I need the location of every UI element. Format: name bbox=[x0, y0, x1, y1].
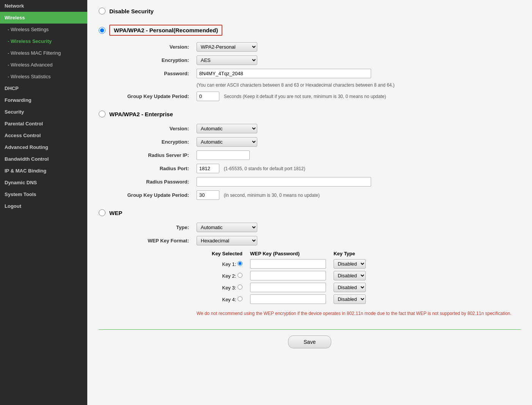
wpa-personal-encryption-label: Encryption: bbox=[110, 54, 194, 67]
wpa-enterprise-encryption-select[interactable]: Automatic AES TKIP bbox=[197, 137, 257, 147]
wpa-personal-password-label: Password: bbox=[110, 67, 194, 80]
disable-security-row: Disable Security bbox=[99, 8, 521, 14]
disable-security-label: Disable Security bbox=[109, 8, 154, 14]
wep-key-input-3[interactable] bbox=[250, 283, 326, 292]
wpa-personal-version-select[interactable]: WPA2-Personal WPA-Personal Automatic bbox=[197, 42, 257, 52]
wep-key-type-select-4[interactable]: Disabled64bit128bit152bit bbox=[334, 294, 366, 304]
wep-key-input-2[interactable] bbox=[250, 271, 326, 280]
wep-key-row-3: Key 3: Disabled64bit128bit152bit bbox=[208, 282, 370, 293]
wep-key-label-4: Key 4: bbox=[208, 293, 246, 305]
wpa-enterprise-radius-password-input[interactable] bbox=[197, 177, 371, 187]
sidebar-item-wireless[interactable]: Wireless bbox=[0, 12, 87, 24]
wep-warning-row: We do not recommend using the WEP encryp… bbox=[110, 307, 532, 318]
wpa-enterprise-radius-password-row: Radius Password: bbox=[110, 175, 532, 188]
wep-warning: We do not recommend using the WEP encryp… bbox=[197, 311, 529, 316]
col-key-selected: Key Selected bbox=[208, 249, 246, 258]
sidebar-item-logout[interactable]: Logout bbox=[0, 200, 87, 212]
wpa-enterprise-radius-ip-row: Radius Server IP: bbox=[110, 149, 532, 162]
wep-key-radio-4[interactable] bbox=[238, 296, 242, 301]
wep-key-type-select-1[interactable]: Disabled64bit128bit152bit bbox=[334, 259, 366, 269]
wpa-enterprise-encryption-label: Encryption: bbox=[110, 135, 194, 149]
save-section: Save bbox=[99, 335, 521, 348]
sidebar-item-wireless-mac-filtering[interactable]: - Wireless MAC Filtering bbox=[0, 47, 87, 59]
wpa-personal-group-key-label: Group Key Update Period: bbox=[110, 90, 194, 103]
sidebar-item-forwarding[interactable]: Forwarding bbox=[0, 94, 87, 106]
wep-key-type-select-3[interactable]: Disabled64bit128bit152bit bbox=[334, 283, 366, 292]
sidebar-item-dhcp[interactable]: DHCP bbox=[0, 82, 87, 94]
wpa-personal-encryption-row: Encryption: AES TKIP Automatic bbox=[110, 54, 532, 67]
wep-key-row-1: Key 1: Disabled64bit128bit152bit bbox=[208, 258, 370, 270]
wep-key-radio-1[interactable] bbox=[238, 261, 242, 266]
wpa-personal-row: WPA/WPA2 - Personal(Recommended) bbox=[99, 25, 521, 36]
wpa-personal-group-key-input[interactable] bbox=[197, 92, 219, 101]
wpa-personal-version-label: Version: bbox=[110, 40, 194, 54]
wpa-enterprise-group-key-label: Group Key Update Period: bbox=[110, 188, 194, 202]
sidebar-item-wireless-statistics[interactable]: - Wireless Statistics bbox=[0, 71, 87, 82]
wpa-personal-group-key-row: Group Key Update Period: Seconds (Keep i… bbox=[110, 90, 532, 103]
wep-key-label-3: Key 3: bbox=[208, 282, 246, 293]
wep-key-format-label: WEP Key Format: bbox=[110, 234, 194, 247]
sidebar-item-parental-control[interactable]: Parental Control bbox=[0, 118, 87, 130]
save-button[interactable]: Save bbox=[288, 335, 331, 348]
wpa-personal-password-hint: (You can enter ASCII characters between … bbox=[197, 82, 395, 88]
wpa-enterprise-row: WPA/WPA2 - Enterprise bbox=[99, 111, 521, 117]
main-content: Disable Security WPA/WPA2 - Personal(Rec… bbox=[87, 0, 532, 405]
wpa-enterprise-radius-ip-label: Radius Server IP: bbox=[110, 149, 194, 162]
sidebar-item-bandwidth-control[interactable]: Bandwidth Control bbox=[0, 153, 87, 165]
wep-key-format-row: WEP Key Format: Hexadecimal ASCII bbox=[110, 234, 532, 247]
wep-type-label: Type: bbox=[110, 221, 194, 234]
wpa-enterprise-radius-port-input[interactable] bbox=[197, 164, 219, 173]
disable-security-radio[interactable] bbox=[99, 8, 105, 14]
sidebar-item-security[interactable]: Security bbox=[0, 106, 87, 118]
wpa-enterprise-radius-port-hint: (1-65535, 0 stands for default port 1812… bbox=[224, 166, 305, 171]
wep-key-label-1: Key 1: bbox=[208, 258, 246, 270]
wpa-enterprise-group-key-hint: (in second, minimum is 30, 0 means no up… bbox=[224, 193, 320, 198]
wpa-enterprise-radius-port-label: Radius Port: bbox=[110, 162, 194, 175]
sidebar-item-network[interactable]: Network bbox=[0, 0, 87, 12]
wep-key-input-1[interactable] bbox=[250, 259, 326, 269]
sidebar-item-wireless-advanced[interactable]: - Wireless Advanced bbox=[0, 59, 87, 71]
col-key-type: Key Type bbox=[330, 249, 370, 258]
wpa-personal-radio[interactable] bbox=[99, 27, 105, 34]
wep-radio[interactable] bbox=[99, 209, 105, 216]
wpa-enterprise-radius-port-row: Radius Port: (1-65535, 0 stands for defa… bbox=[110, 162, 532, 175]
wpa-enterprise-version-select[interactable]: Automatic WPA2-Enterprise WPA-Enterprise bbox=[197, 124, 257, 133]
wpa-personal-selected-box: WPA/WPA2 - Personal(Recommended) bbox=[109, 25, 222, 36]
sidebar: NetworkWireless- Wireless Settings- Wire… bbox=[0, 0, 87, 405]
wpa-personal-encryption-select[interactable]: AES TKIP Automatic bbox=[197, 55, 257, 65]
wep-key-radio-3[interactable] bbox=[238, 285, 242, 290]
wep-row: WEP bbox=[99, 209, 521, 216]
wpa-personal-password-input[interactable] bbox=[197, 69, 371, 78]
wpa-enterprise-group-key-row: Group Key Update Period: (in second, min… bbox=[110, 188, 532, 202]
wpa-enterprise-radius-ip-input[interactable] bbox=[197, 150, 250, 160]
sidebar-item-access-control[interactable]: Access Control bbox=[0, 130, 87, 141]
sidebar-item-system-tools[interactable]: System Tools bbox=[0, 188, 87, 200]
wpa-enterprise-radio[interactable] bbox=[99, 111, 105, 117]
wpa-enterprise-label: WPA/WPA2 - Enterprise bbox=[109, 111, 173, 117]
wep-key-row-2: Key 2: Disabled64bit128bit152bit bbox=[208, 270, 370, 282]
wpa-personal-password-row: Password: bbox=[110, 67, 532, 80]
wep-key-format-select[interactable]: Hexadecimal ASCII bbox=[197, 236, 257, 245]
wep-key-input-4[interactable] bbox=[250, 294, 326, 304]
sidebar-item-wireless-settings[interactable]: - Wireless Settings bbox=[0, 24, 87, 35]
wpa-personal-password-hint-row: (You can enter ASCII characters between … bbox=[110, 80, 532, 90]
wep-form: Type: Automatic Open System Shared Key W… bbox=[110, 221, 532, 318]
wpa-personal-version-row: Version: WPA2-Personal WPA-Personal Auto… bbox=[110, 40, 532, 54]
wpa-personal-group-key-hint: Seconds (Keep it default if you are not … bbox=[224, 94, 386, 99]
wep-type-row: Type: Automatic Open System Shared Key bbox=[110, 221, 532, 234]
wpa-enterprise-radius-password-label: Radius Password: bbox=[110, 175, 194, 188]
wpa-enterprise-form: Version: Automatic WPA2-Enterprise WPA-E… bbox=[110, 122, 532, 202]
wep-type-select[interactable]: Automatic Open System Shared Key bbox=[197, 223, 257, 232]
wep-keys-header-row: Key Selected WEP Key (Password) Key Type… bbox=[110, 247, 532, 307]
wep-key-radio-2[interactable] bbox=[238, 273, 242, 278]
sidebar-item-wireless-security[interactable]: - Wireless Security bbox=[0, 35, 87, 47]
wpa-enterprise-group-key-input[interactable] bbox=[197, 190, 219, 200]
sidebar-item-ip-mac-binding[interactable]: IP & MAC Binding bbox=[0, 165, 87, 177]
wep-keys-table: Key Selected WEP Key (Password) Key Type… bbox=[208, 249, 370, 305]
wpa-enterprise-version-label: Version: bbox=[110, 122, 194, 135]
wpa-enterprise-version-row: Version: Automatic WPA2-Enterprise WPA-E… bbox=[110, 122, 532, 135]
wep-key-type-select-2[interactable]: Disabled64bit128bit152bit bbox=[334, 271, 366, 280]
col-wep-key: WEP Key (Password) bbox=[246, 249, 330, 258]
sidebar-item-dynamic-dns[interactable]: Dynamic DNS bbox=[0, 177, 87, 188]
sidebar-item-advanced-routing[interactable]: Advanced Routing bbox=[0, 141, 87, 153]
